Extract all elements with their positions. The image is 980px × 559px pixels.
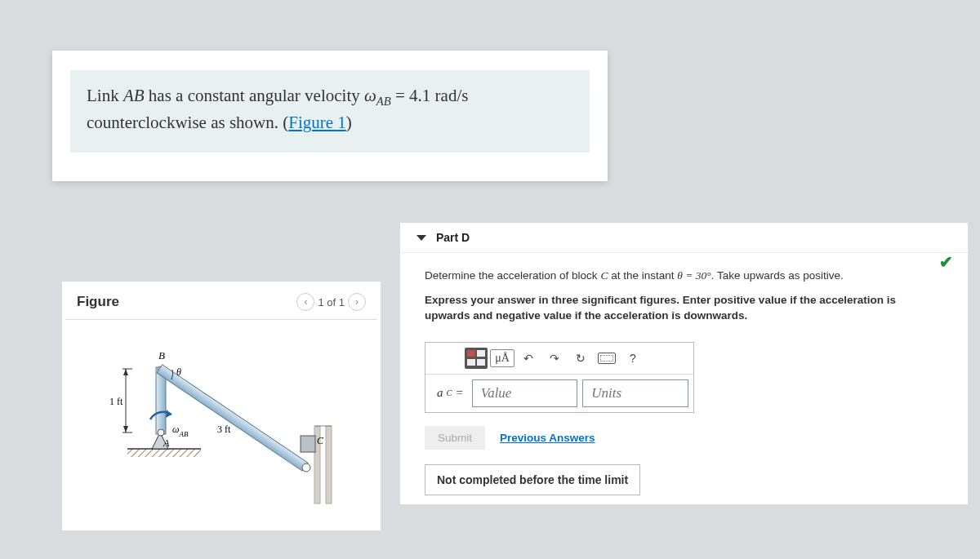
part-body: Determine the acceleration of block C at… <box>400 253 968 504</box>
label-omega-ab: ωAB <box>172 424 189 438</box>
part-header[interactable]: Part D <box>400 223 968 253</box>
label-a: A <box>163 437 170 449</box>
value-input[interactable] <box>472 379 578 407</box>
figure-header: Figure ‹ 1 of 1 › <box>65 282 377 320</box>
svg-point-6 <box>158 429 164 436</box>
omega-subscript: AB <box>376 95 391 108</box>
figure-pager: ‹ 1 of 1 › <box>296 293 366 311</box>
svg-marker-18 <box>123 426 128 433</box>
part-panel: Part D ✔ Determine the acceleration of b… <box>400 223 968 504</box>
problem-statement: Link AB has a constant angular velocity … <box>70 70 590 153</box>
svg-rect-1 <box>127 449 201 457</box>
text: Determine the acceleration of block <box>425 269 600 282</box>
units-input[interactable] <box>582 379 688 407</box>
text: at the instant <box>608 269 677 282</box>
lhs-var: a <box>437 386 443 400</box>
svg-point-8 <box>302 464 310 472</box>
lhs-eq: = <box>456 386 464 400</box>
redo-button[interactable]: ↷ <box>543 348 566 369</box>
label-3ft: 3 ft <box>217 424 231 435</box>
answer-toolbar: μÅ ↶ ↷ ↻ ? <box>425 343 693 374</box>
theta-value: θ = 30° <box>677 269 710 282</box>
submit-button[interactable]: Submit <box>425 426 485 450</box>
link-ab: AB <box>123 86 145 105</box>
label-1ft: 1 ft <box>109 396 123 407</box>
instruction-text: Express your answer in three significant… <box>425 292 943 324</box>
pager-next-button[interactable]: › <box>348 293 366 311</box>
svg-marker-13 <box>166 410 172 418</box>
label-b: B <box>158 349 165 362</box>
pager-prev-button[interactable]: ‹ <box>296 293 314 311</box>
help-button[interactable]: ? <box>621 348 644 369</box>
figure-diagram: B θ 1 ft ωAB A 3 ft C <box>62 320 381 512</box>
label-c: C <box>317 435 324 446</box>
check-icon: ✔ <box>939 252 953 272</box>
template-icon[interactable] <box>465 348 488 369</box>
svg-rect-12 <box>301 436 315 452</box>
figure-link[interactable]: Figure 1 <box>288 113 346 132</box>
keyboard-icon <box>598 353 616 364</box>
mechanism-svg: B θ 1 ft ωAB A 3 ft C <box>87 328 356 508</box>
undo-button[interactable]: ↶ <box>517 348 540 369</box>
svg-marker-17 <box>123 369 128 375</box>
answer-box: μÅ ↶ ↷ ↻ ? aC = <box>425 342 694 413</box>
collapse-icon[interactable] <box>416 235 426 241</box>
reset-button[interactable]: ↻ <box>569 348 592 369</box>
figure-panel: Figure ‹ 1 of 1 › <box>62 282 381 530</box>
status-message: Not completed before the time limit <box>425 464 640 495</box>
answer-input-row: aC = <box>425 374 693 412</box>
figure-title: Figure <box>77 294 119 310</box>
text: Link <box>87 86 123 105</box>
answer-lhs: aC = <box>425 375 472 412</box>
label-theta: θ <box>176 366 181 378</box>
text: . Take upwards as positive. <box>711 269 844 282</box>
svg-rect-10 <box>326 426 332 504</box>
part-title: Part D <box>436 231 470 244</box>
keyboard-button[interactable] <box>595 348 618 369</box>
pager-text: 1 of 1 <box>318 296 345 308</box>
previous-answers-link[interactable]: Previous Answers <box>500 432 595 444</box>
text: ) <box>346 113 352 132</box>
problem-card: Link AB has a constant angular velocity … <box>52 51 608 181</box>
omega-symbol: ω <box>364 86 376 105</box>
lhs-sub: C <box>447 388 452 397</box>
prompt-text: Determine the acceleration of block C at… <box>425 268 943 284</box>
special-chars-button[interactable]: μÅ <box>491 348 514 369</box>
submit-row: Submit Previous Answers <box>425 426 943 450</box>
text: has a constant angular velocity <box>145 86 364 105</box>
